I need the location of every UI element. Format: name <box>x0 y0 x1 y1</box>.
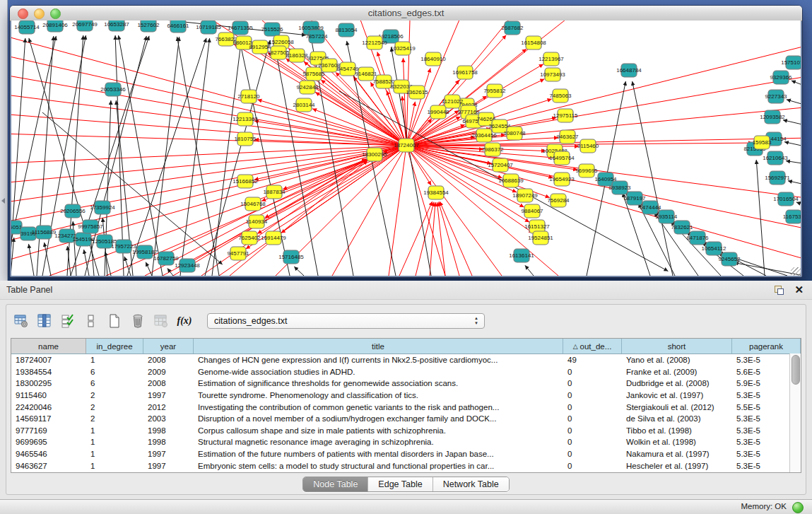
table-cell[interactable]: 1998 <box>143 426 194 435</box>
table-row[interactable]: 2242004622012Investigating the contribut… <box>11 401 801 413</box>
table-cell[interactable]: Embryonic stem cells: a model to study s… <box>194 462 563 470</box>
column-header-pagerank[interactable]: pagerank <box>732 339 801 354</box>
table-cell[interactable]: 9115460 <box>11 391 86 399</box>
table-cell[interactable]: 1 <box>86 426 143 435</box>
table-cell[interactable]: 0 <box>563 450 622 458</box>
table-cell[interactable]: Tourette syndrome. Phenomenology and cla… <box>194 391 563 399</box>
table-cell[interactable]: 1997 <box>143 450 194 458</box>
scrollbar-thumb[interactable] <box>792 355 800 385</box>
table-cell[interactable]: 1997 <box>143 462 194 470</box>
table-cell[interactable]: 0 <box>563 438 622 446</box>
network-window[interactable]: citations_edges.txt 18724007140557142089… <box>10 6 802 277</box>
row-height-button[interactable] <box>82 312 100 330</box>
citation-network-graph[interactable]: 1872400714055714208914062069774910653287… <box>11 21 801 276</box>
table-cell[interactable]: 2 <box>86 403 143 411</box>
table-cell[interactable]: Estimation of significance thresholds fo… <box>194 379 563 387</box>
column-header-title[interactable]: title <box>194 339 563 354</box>
table-vertical-scrollbar[interactable] <box>789 354 801 472</box>
select-all-rows-button[interactable] <box>59 312 77 330</box>
table-cell[interactable]: Disruption of a novel member of a sodium… <box>194 414 563 423</box>
new-file-button[interactable] <box>105 312 124 330</box>
table-row[interactable]: 1456911722003Disruption of a novel membe… <box>11 413 801 425</box>
network-window-titlebar[interactable]: citations_edges.txt <box>10 6 802 21</box>
column-header-out_de[interactable]: △out_de... <box>563 339 622 354</box>
table-cell[interactable]: 0 <box>563 379 622 387</box>
table-cell[interactable]: 19384554 <box>11 368 86 376</box>
table-cell[interactable]: Wolkin et al. (1998) <box>622 438 732 446</box>
table-cell[interactable]: 1 <box>86 462 143 470</box>
table-cell[interactable]: 2008 <box>143 356 194 364</box>
table-cell[interactable]: Hescheler et al. (1997) <box>622 462 732 470</box>
table-cell[interactable]: Nakamura et al. (1997) <box>622 450 732 458</box>
table-cell[interactable]: 0 <box>563 426 622 435</box>
table-cell[interactable]: 9699695 <box>11 438 86 446</box>
table-cell[interactable]: 0 <box>563 391 622 399</box>
table-cell[interactable]: Investigating the contribution of common… <box>194 403 563 411</box>
show-column-button[interactable] <box>35 312 54 330</box>
table-selector-dropdown[interactable]: citations_edges.txt ▲▼ <box>207 313 485 329</box>
column-header-year[interactable]: year <box>143 339 194 354</box>
tab-node-table[interactable]: Node Table <box>303 477 368 491</box>
window-resize-grip[interactable] <box>791 267 801 276</box>
table-cell[interactable]: 9777169 <box>11 426 86 435</box>
table-settings-button[interactable] <box>12 312 30 330</box>
table-cell[interactable]: 9465546 <box>11 450 86 458</box>
table-cell[interactable]: Structural magnetic resonance image aver… <box>194 438 563 446</box>
table-cell[interactable]: 18724007 <box>11 356 86 364</box>
table-cell[interactable]: 2003 <box>143 414 194 423</box>
column-header-short[interactable]: short <box>622 339 732 354</box>
table-cell[interactable]: 49 <box>563 356 622 364</box>
table-cell[interactable]: Corpus callosum shape and size in male p… <box>194 426 563 435</box>
table-cell[interactable]: 2012 <box>143 403 194 411</box>
tab-network-table[interactable]: Network Table <box>433 477 509 491</box>
column-header-name[interactable]: name <box>11 339 86 354</box>
close-panel-icon[interactable]: ✕ <box>794 284 804 296</box>
table-cell[interactable]: Jankovic et al. (1997) <box>622 391 732 399</box>
table-cell[interactable]: 1 <box>86 356 143 364</box>
table-cell[interactable]: de Silva et al. (2003) <box>622 414 732 423</box>
table-cell[interactable]: 2 <box>86 414 143 423</box>
tab-edge-table[interactable]: Edge Table <box>368 477 433 491</box>
table-row[interactable]: 1938455462009Genome-wide association stu… <box>11 366 801 378</box>
table-cell[interactable]: Stergiakouli et al. (2012) <box>622 403 732 411</box>
table-cell[interactable]: 6 <box>86 368 143 376</box>
column-header-in_degree[interactable]: in_degree <box>86 339 143 354</box>
panel-collapse-arrow-icon[interactable] <box>1 198 5 204</box>
table-row[interactable]: 946554611997Estimation of the future num… <box>11 448 801 460</box>
table-cell[interactable]: 14569117 <box>11 414 86 423</box>
delete-table-button[interactable] <box>129 312 147 330</box>
table-cell[interactable]: 1 <box>86 438 143 446</box>
function-builder-button[interactable]: f(x) <box>175 312 194 330</box>
table-cell[interactable]: 22420046 <box>11 403 86 411</box>
table-cell[interactable]: 6 <box>86 379 143 387</box>
table-cell[interactable]: 0 <box>563 403 622 411</box>
table-cell[interactable]: 2 <box>86 391 143 399</box>
table-cell[interactable]: Genome-wide association studies in ADHD. <box>194 368 563 376</box>
table-cell[interactable]: Yano et al. (2008) <box>622 356 732 364</box>
table-row[interactable]: 911546021997Tourette syndrome. Phenomeno… <box>11 390 801 402</box>
table-body[interactable]: 1872400712008Changes of HCN gene express… <box>11 354 801 472</box>
table-cell[interactable]: 2008 <box>143 379 194 387</box>
table-header-row[interactable]: namein_degreeyeartitle△out_de...shortpag… <box>11 339 801 354</box>
table-cell[interactable]: 0 <box>563 368 622 376</box>
table-cell[interactable]: Tibbo et al. (1998) <box>622 426 732 435</box>
table-row[interactable]: 969969511998Structural magnetic resonanc… <box>11 436 801 448</box>
table-cell[interactable]: 1997 <box>143 391 194 399</box>
network-canvas[interactable]: 1872400714055714208914062069774910653287… <box>11 21 801 276</box>
table-row[interactable]: 946362711997Embryonic stem cells: a mode… <box>11 460 801 472</box>
float-panel-icon[interactable] <box>775 286 784 295</box>
table-cell[interactable]: Estimation of the future numbers of pati… <box>194 450 563 458</box>
table-row[interactable]: 1872400712008Changes of HCN gene express… <box>11 354 801 366</box>
table-cell[interactable]: 0 <box>563 414 622 423</box>
table-cell[interactable]: Dudbridge et al. (2008) <box>622 379 732 387</box>
table-cell[interactable]: 1998 <box>143 438 194 446</box>
table-cell[interactable]: 9463627 <box>11 462 86 470</box>
table-row[interactable]: 1830029562008Estimation of significance … <box>11 378 801 390</box>
table-cell[interactable]: Changes of HCN gene expression and I(f) … <box>194 356 563 364</box>
table-cell[interactable]: 0 <box>563 462 622 470</box>
table-cell[interactable]: 2009 <box>143 368 194 376</box>
table-cell[interactable]: Franke et al. (2009) <box>622 368 732 376</box>
table-row[interactable]: 977716911998Corpus callosum shape and si… <box>11 425 801 437</box>
table-cell[interactable]: 18300295 <box>11 379 86 387</box>
table-cell[interactable]: 1 <box>86 450 143 458</box>
